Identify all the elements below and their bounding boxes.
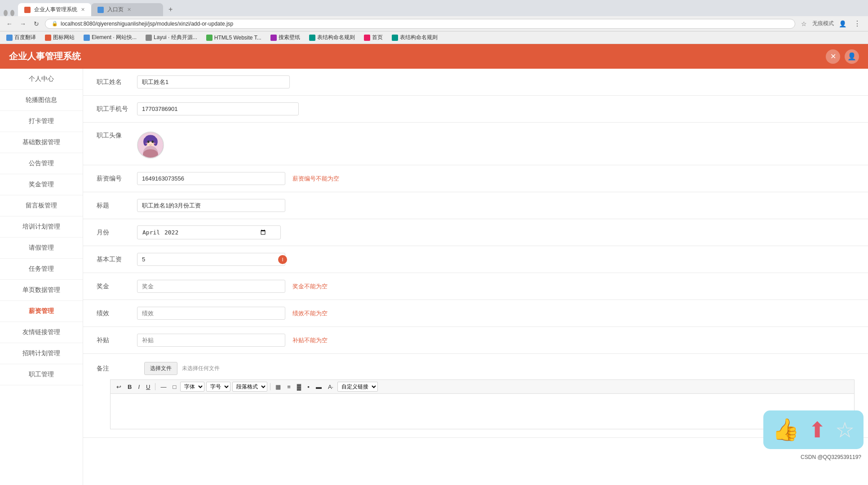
address-bar[interactable]: 🔒 localhost:8080/qiyerenshiguanlisheji/j… — [45, 19, 795, 29]
csdn-thumb-icon[interactable]: 👍 — [772, 417, 799, 442]
toolbar-italic[interactable]: I — [136, 383, 142, 391]
app-body: 个人中心 轮播图信息 打卡管理 基础数据管理 公告管理 奖金管理 留言板管理 培… — [0, 69, 868, 485]
sidebar-item-announcement[interactable]: 公告管理 — [0, 153, 83, 174]
input-performance[interactable] — [137, 307, 285, 320]
tab-title: 企业人事管理系统 — [34, 6, 77, 13]
label-phone: 职工手机号 — [97, 105, 137, 113]
input-employee-name[interactable] — [137, 75, 290, 88]
menu-btn[interactable]: ⋮ — [851, 18, 864, 29]
input-salary-number[interactable] — [137, 172, 285, 185]
sidebar-item-bonus[interactable]: 奖金管理 — [0, 174, 83, 195]
toolbar-bold[interactable]: B — [125, 383, 134, 391]
csdn-widget: 👍 ⬆ ☆ — [763, 410, 864, 449]
field-phone — [137, 102, 855, 115]
bookmark-html5[interactable]: HTML5 Website T... — [204, 34, 263, 42]
form-row-title: 标题 — [83, 192, 868, 219]
bookmark-label: 图标网站 — [53, 34, 75, 41]
forward-btn[interactable]: → — [18, 19, 28, 29]
sidebar-item-single-page[interactable]: 单页数据管理 — [0, 280, 83, 301]
toolbar-font-color[interactable]: A· — [326, 383, 336, 391]
browser-tabs: 企业人事管理系统 ✕ 入口页 ✕ + — [0, 0, 868, 16]
toolbar-align-center[interactable]: ≡ — [285, 383, 293, 391]
font-select[interactable]: 字体 — [180, 382, 204, 392]
svg-point-9 — [153, 143, 156, 144]
input-subsidy[interactable] — [137, 334, 285, 347]
bookmark-favicon — [270, 35, 277, 41]
url-text: localhost:8080/qiyerenshiguanlisheji/jsp… — [61, 21, 233, 27]
bookmark-label: 首页 — [372, 34, 383, 41]
csdn-star-icon[interactable]: ☆ — [835, 417, 855, 442]
tab-favicon — [24, 7, 31, 13]
bookmark-favicon — [309, 35, 315, 41]
sidebar-item-leave[interactable]: 请假管理 — [0, 238, 83, 259]
bookmark-table-naming[interactable]: 表结构命名规则 — [307, 33, 357, 42]
bookmark-icon-site[interactable]: 图标网站 — [43, 33, 76, 42]
sidebar-item-training[interactable]: 培训计划管理 — [0, 216, 83, 238]
file-input-row: 选择文件 未选择任何文件 — [144, 362, 220, 375]
toolbar-underline[interactable]: U — [144, 383, 152, 391]
bookmark-wallpaper[interactable]: 搜索壁纸 — [269, 33, 302, 42]
bookmark-table-naming2[interactable]: 表结构命名规则 — [390, 33, 439, 42]
bookmarks-bar: 百度翻译 图标网站 Element · 网站快... Layui · 经典开源.… — [0, 31, 868, 44]
bookmark-label: 表结构命名规则 — [317, 34, 355, 41]
fontsize-select[interactable]: 字号 — [206, 382, 230, 392]
inactive-tab[interactable]: 入口页 ✕ — [91, 3, 163, 16]
custom-link-select[interactable]: 自定义链接 — [337, 382, 378, 392]
input-month[interactable] — [137, 225, 281, 239]
bookmark-baidu-translate[interactable]: 百度翻译 — [4, 33, 38, 42]
file-no-select-label: 未选择任何文件 — [182, 365, 220, 372]
toolbar-hr[interactable]: — — [158, 383, 168, 391]
input-phone[interactable] — [137, 102, 299, 115]
form-row-remarks: 备注 选择文件 未选择任何文件 ↩ B I U — □ — [83, 354, 868, 438]
form-row-subsidy: 补贴 补贴不能为空 — [83, 327, 868, 354]
input-bonus[interactable] — [137, 280, 285, 293]
sidebar-item-task[interactable]: 任务管理 — [0, 259, 83, 280]
rich-text-toolbar: ↩ B I U — □ 字体 字号 段落 — [110, 379, 855, 393]
toolbar-code[interactable]: □ — [170, 383, 178, 391]
sidebar-item-guestbook[interactable]: 留言板管理 — [0, 195, 83, 216]
csdn-up-icon[interactable]: ⬆ — [808, 417, 826, 442]
bookmark-home[interactable]: 首页 — [362, 33, 385, 42]
input-title[interactable] — [137, 199, 285, 212]
new-tab-btn[interactable]: + — [163, 3, 178, 16]
file-choose-btn[interactable]: 选择文件 — [144, 362, 177, 375]
window-control[interactable] — [10, 10, 14, 16]
form-row-bonus: 奖金 奖金不能为空 — [83, 273, 868, 300]
bookmark-layui[interactable]: Layui · 经典开源... — [144, 33, 199, 42]
header-user-btn[interactable]: 👤 — [845, 49, 859, 64]
sidebar-item-personal-center[interactable]: 个人中心 — [0, 69, 83, 90]
tab-close-btn[interactable]: ✕ — [127, 7, 131, 13]
active-tab[interactable]: 企业人事管理系统 ✕ — [18, 3, 91, 16]
toolbar-hr2[interactable]: ▬ — [314, 383, 324, 391]
toolbar-undo[interactable]: ↩ — [114, 383, 124, 391]
sidebar-item-salary[interactable]: 薪资管理 — [0, 301, 83, 322]
sidebar-item-carousel[interactable]: 轮播图信息 — [0, 90, 83, 111]
bookmark-favicon — [364, 35, 370, 41]
sidebar-item-basic-data[interactable]: 基础数据管理 — [0, 132, 83, 153]
toolbar-table[interactable]: ▦ — [273, 383, 283, 391]
field-bonus: 奖金不能为空 — [137, 280, 855, 293]
label-subsidy: 补贴 — [97, 336, 137, 344]
bookmark-btn[interactable]: ☆ — [799, 19, 809, 29]
header-close-btn[interactable]: ✕ — [826, 49, 840, 64]
window-control[interactable] — [4, 10, 8, 16]
avatar-image — [138, 132, 163, 159]
refresh-btn[interactable]: ↻ — [31, 19, 41, 29]
bookmark-favicon — [84, 35, 90, 41]
toolbar-align-justify[interactable]: ▪ — [305, 383, 312, 391]
toolbar-align-right[interactable]: ▓ — [295, 383, 303, 391]
sidebar-item-friendship-links[interactable]: 友情链接管理 — [0, 322, 83, 343]
sidebar-item-attendance[interactable]: 打卡管理 — [0, 111, 83, 132]
bookmark-element[interactable]: Element · 网站快... — [82, 33, 138, 42]
paragraph-select[interactable]: 段落格式 — [232, 382, 267, 392]
sidebar-item-employee[interactable]: 职工管理 — [0, 364, 83, 385]
rich-text-editor[interactable] — [110, 393, 855, 429]
bookmark-favicon — [392, 35, 398, 41]
toolbar-divider — [155, 383, 155, 390]
tab-close-btn[interactable]: ✕ — [81, 7, 85, 13]
back-btn[interactable]: ← — [4, 19, 14, 29]
sidebar-item-recruitment[interactable]: 招聘计划管理 — [0, 343, 83, 364]
user-profile-btn[interactable]: 👤 — [837, 19, 847, 29]
input-base-salary[interactable] — [137, 253, 285, 266]
field-name — [137, 75, 855, 88]
